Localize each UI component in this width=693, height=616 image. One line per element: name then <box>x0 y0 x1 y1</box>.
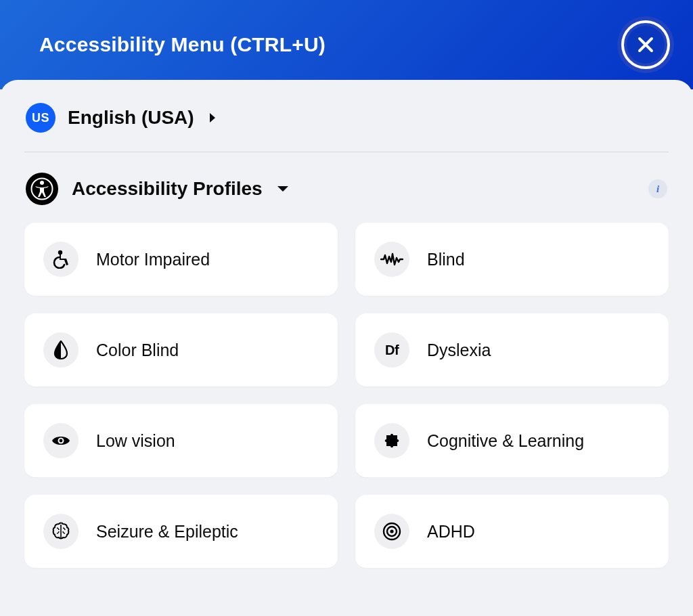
profiles-toggle[interactable]: Accessibility Profiles <box>26 173 290 205</box>
profile-card-motor-impaired[interactable]: Motor Impaired <box>24 223 338 296</box>
profile-label: Motor Impaired <box>96 250 210 269</box>
profile-label: ADHD <box>427 522 475 542</box>
profile-card-dyslexia[interactable]: Df Dyslexia <box>355 313 669 387</box>
wave-icon <box>374 242 409 277</box>
profile-label: Cognitive & Learning <box>427 431 584 451</box>
profile-card-seizure-epileptic[interactable]: Seizure & Epileptic <box>24 495 338 568</box>
svg-point-3 <box>58 250 62 255</box>
language-selector[interactable]: US English (USA) <box>24 99 669 152</box>
profile-label: Color Blind <box>96 340 179 360</box>
close-inner <box>627 26 665 64</box>
profile-label: Dyslexia <box>427 340 491 360</box>
profiles-header: Accessibility Profiles i <box>24 152 669 223</box>
chevron-right-icon <box>208 112 217 124</box>
puzzle-icon <box>374 423 409 458</box>
df-icon: Df <box>374 332 409 368</box>
profile-label: Blind <box>427 250 465 269</box>
profiles-title: Accessibility Profiles <box>72 178 263 200</box>
chevron-down-icon <box>276 184 290 194</box>
accessibility-icon <box>26 173 58 205</box>
profile-card-adhd[interactable]: ADHD <box>355 495 669 568</box>
language-label: English (USA) <box>68 107 194 129</box>
profile-card-low-vision[interactable]: Low vision <box>24 404 338 477</box>
profile-label: Low vision <box>96 431 175 451</box>
menu-title: Accessibility Menu (CTRL+U) <box>39 33 326 56</box>
svg-point-2 <box>40 181 44 185</box>
svg-point-8 <box>390 529 393 533</box>
close-button[interactable] <box>617 16 674 73</box>
menu-header: Accessibility Menu (CTRL+U) <box>0 0 693 89</box>
flag-badge: US <box>26 103 55 133</box>
svg-point-5 <box>60 439 63 443</box>
profile-card-blind[interactable]: Blind <box>355 223 669 296</box>
close-icon <box>636 35 655 54</box>
droplet-icon <box>43 332 79 368</box>
target-icon <box>374 514 409 549</box>
eye-icon <box>43 423 79 458</box>
info-button[interactable]: i <box>648 179 667 198</box>
brain-icon <box>43 514 79 549</box>
profile-label: Seizure & Epileptic <box>96 522 238 542</box>
close-ring <box>621 20 670 69</box>
df-glyph: Df <box>385 343 399 358</box>
panel: US English (USA) Accessibility Profiles … <box>0 80 693 568</box>
profiles-grid: Motor Impaired Blind Color Blind Df <box>24 223 669 568</box>
profile-card-color-blind[interactable]: Color Blind <box>24 313 338 387</box>
profile-card-cognitive-learning[interactable]: Cognitive & Learning <box>355 404 669 477</box>
wheelchair-icon <box>43 242 79 277</box>
